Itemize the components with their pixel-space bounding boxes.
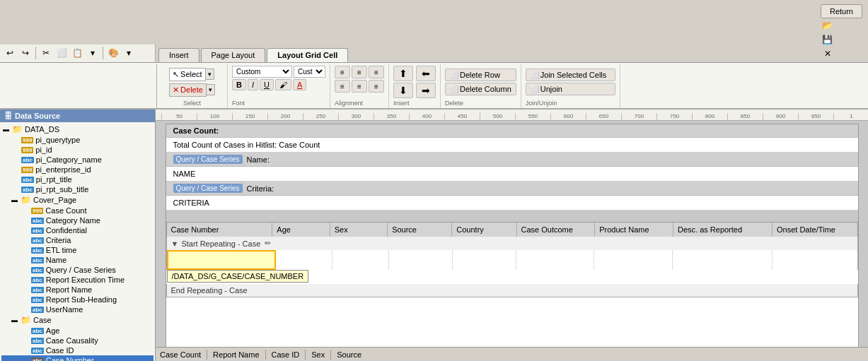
status-separator-4 <box>330 350 331 360</box>
report-area[interactable]: Case Count: Total Count of Cases in Hitl… <box>156 121 868 347</box>
tree-item-report-sub-heading[interactable]: abc Report Sub-Heading <box>1 295 154 304</box>
align-right-btn[interactable]: ≡ <box>369 80 384 93</box>
th-source: Source <box>388 223 452 237</box>
open-icon-btn[interactable]: 📂 <box>821 18 835 32</box>
tree-item-cover-page[interactable]: ▬ 📁 Cover_Page <box>1 194 154 206</box>
copy-icon-btn[interactable]: ⬜ <box>54 46 69 60</box>
insert-group-label: Insert <box>393 98 436 108</box>
tree-item-pi-id[interactable]: 999 pi_id <box>1 145 154 155</box>
bold-btn[interactable]: B <box>232 79 246 90</box>
close-win-icon-btn[interactable]: ✕ <box>821 47 835 61</box>
align-left-top-btn[interactable]: ≡ <box>335 66 350 78</box>
abc-icon-category-name: abc <box>31 218 44 224</box>
ruler-mark: 850 <box>727 113 763 120</box>
query-case-series-badge-name: Query / Case Series <box>173 155 243 164</box>
delete-btn[interactable]: ✕ Delete <box>169 83 207 97</box>
label-case-count: Case Count <box>45 206 86 215</box>
align-right-top-btn[interactable]: ≡ <box>369 66 384 78</box>
tree-item-case-number[interactable]: abc Case Number <box>1 355 154 361</box>
separator-1 <box>35 47 36 59</box>
delete-row-icon: ⬜ <box>450 71 458 79</box>
return-button[interactable]: Return <box>821 4 862 18</box>
insert-above-icon-btn[interactable]: ⬆ <box>393 66 413 81</box>
collapse-case[interactable]: ▬ <box>11 316 18 324</box>
underline-btn[interactable]: U <box>260 79 274 90</box>
onset-date-data-cell <box>772 250 857 270</box>
tree-item-case-causality[interactable]: abc Case Causality <box>1 336 154 345</box>
th-desc-as-reported: Desc. as Reported <box>673 223 772 237</box>
collapse-DATA_DS[interactable]: ▬ <box>3 126 10 133</box>
tree-item-username[interactable]: abc UserName <box>1 304 154 314</box>
tree-item-name[interactable]: abc Name <box>1 255 154 265</box>
tree-item-report-name[interactable]: abc Report Name <box>1 285 154 295</box>
case-count-header: Case Count: <box>166 124 858 138</box>
abc-icon-case-id: abc <box>31 348 44 354</box>
ruler-mark: 200 <box>267 113 303 120</box>
format-icon-btn[interactable]: 🎨 <box>106 46 120 60</box>
status-case-count-label: Case Count <box>160 350 201 359</box>
format-dropdown-btn[interactable]: ▾ <box>122 46 136 60</box>
italic-btn[interactable]: I <box>248 79 258 90</box>
unjoin-btn[interactable]: ⬜ Unjoin <box>526 83 615 95</box>
label-report-name: Report Name <box>46 285 92 294</box>
cursor-icon[interactable]: ↖ Select <box>169 68 206 81</box>
highlight-btn[interactable]: 🖌 <box>275 79 291 90</box>
num-icon-pi-enterprise: 999 <box>21 167 33 173</box>
redo-icon-btn[interactable]: ↪ <box>18 46 33 60</box>
tree-item-query-case-series[interactable]: abc Query / Case Series <box>1 265 154 275</box>
ruler-mark: 950 <box>798 113 833 120</box>
tree-item-category-name[interactable]: abc Category Name <box>1 215 154 225</box>
abc-icon-query-case-series: abc <box>31 267 44 273</box>
tab-layout-grid-cell[interactable]: Layout Grid Cell <box>267 48 348 62</box>
font-family-select[interactable]: Custom <box>232 66 292 78</box>
edit-pencil-icon[interactable]: ✏ <box>265 239 271 248</box>
ruler-mark: 450 <box>444 113 480 120</box>
align-left-btn[interactable]: ≡ <box>335 80 350 93</box>
join-selected-cells-btn[interactable]: ⬜ Join Selected Cells <box>526 69 615 81</box>
tree-item-case-count[interactable]: 999 Case Count <box>1 206 154 215</box>
paste-dropdown-btn[interactable]: ▾ <box>86 46 100 60</box>
tree-item-confidential[interactable]: abc Confidential <box>1 225 154 235</box>
tree-item-pi-querytype[interactable]: 999 pi_querytype <box>1 135 154 145</box>
delete-dropdown-btn[interactable]: ▾ <box>207 84 215 95</box>
tree-item-pi-rpt-sub[interactable]: abc pi_rpt_sub_title <box>1 184 154 194</box>
paste-icon-btn[interactable]: 📋 <box>70 46 84 60</box>
tree-item-criteria[interactable]: abc Criteria <box>1 235 154 245</box>
delete-row-btn[interactable]: ⬜ Delete Row <box>445 69 516 81</box>
delete-group-label: Delete <box>445 98 516 108</box>
alignment-group-label: Alignment <box>335 98 384 108</box>
folder-icon-cover-page: 📁 <box>21 195 31 205</box>
tree-item-etl-time[interactable]: abc ETL time <box>1 245 154 255</box>
align-center-top-btn[interactable]: ≡ <box>352 66 367 78</box>
select-dropdown-btn[interactable]: ▾ <box>206 69 214 80</box>
save-icon-btn[interactable]: 💾 <box>821 32 835 47</box>
ruler-mark: 550 <box>515 113 550 120</box>
align-center-btn[interactable]: ≡ <box>352 80 367 93</box>
label-pi-querytype: pi_querytype <box>35 136 80 144</box>
tree-item-pi-enterprise[interactable]: 999 pi_enterprise_id <box>1 165 154 174</box>
tree-item-case-folder[interactable]: ▬ 📁 Case <box>1 314 154 326</box>
tree-item-age[interactable]: abc Age <box>1 326 154 336</box>
cut-icon-btn[interactable]: ✂ <box>39 46 53 60</box>
tree-item-case-id[interactable]: abc Case ID <box>1 345 154 355</box>
undo-icon-btn[interactable]: ↩ <box>3 46 17 60</box>
end-repeating-row: End Repeating - Case <box>166 284 858 297</box>
tree-item-pi-rpt-title[interactable]: abc pi_rpt_title <box>1 174 154 184</box>
tree-item-report-exec-time[interactable]: abc Report Execution Time <box>1 275 154 285</box>
status-source-label: Source <box>337 350 361 359</box>
tree-item-pi-category[interactable]: abc pi_Category_name <box>1 155 154 165</box>
font-size-select[interactable]: Custom <box>294 66 325 78</box>
case-number-data-cell[interactable] <box>167 250 276 270</box>
insert-left-icon-btn[interactable]: ⬅ <box>416 66 436 81</box>
abc-icon-username: abc <box>31 307 44 313</box>
tab-insert[interactable]: Insert <box>158 48 199 62</box>
tree-item-DATA_DS[interactable]: ▬ 📁 DATA_DS <box>1 124 154 135</box>
delete-column-btn[interactable]: ⬜ Delete Column <box>445 83 516 95</box>
ruler-mark: 400 <box>409 113 444 120</box>
insert-below-icon-btn[interactable]: ⬇ <box>393 83 413 98</box>
insert-right-icon-btn[interactable]: ➡ <box>416 83 436 98</box>
desc-data-cell <box>673 250 772 270</box>
text-color-btn[interactable]: A <box>293 79 306 90</box>
collapse-cover-page[interactable]: ▬ <box>11 196 18 203</box>
tab-page-layout[interactable]: Page Layout <box>201 48 266 62</box>
